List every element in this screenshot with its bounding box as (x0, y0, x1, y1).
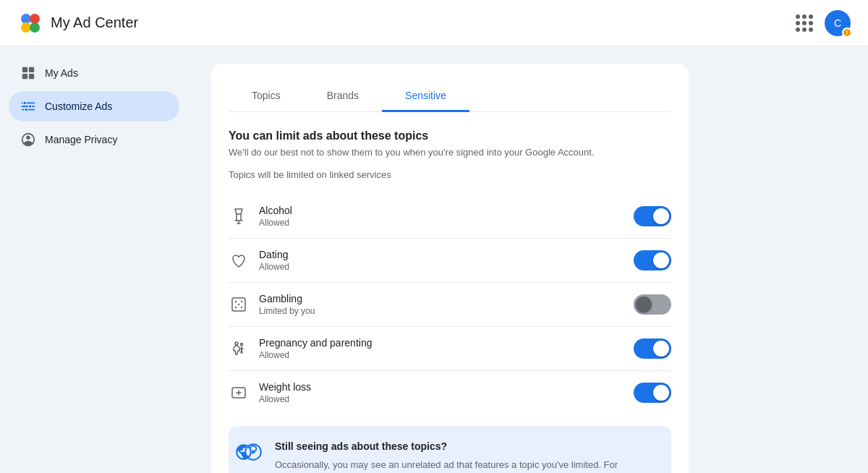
topic-status-gambling: Limited by you (259, 306, 624, 316)
main-card: Topics Brands Sensitive You can limit ad… (211, 64, 689, 473)
toggle-pregnancy[interactable] (634, 338, 671, 359)
topic-info-alcohol: Alcohol Allowed (259, 205, 624, 228)
topic-info-gambling: Gambling Limited by you (259, 293, 624, 316)
sidebar-item-my-ads[interactable]: My Ads (9, 58, 179, 88)
customize-ads-icon (20, 98, 36, 114)
topic-status-alcohol: Allowed (259, 218, 624, 228)
topics-note: Topics will be limited on linked service… (229, 169, 671, 180)
header-right: C ! (796, 10, 851, 36)
topic-name-dating: Dating (259, 249, 624, 260)
header-title: My Ad Center (51, 14, 138, 31)
tab-brands[interactable]: Brands (304, 81, 382, 112)
info-card-icon (243, 442, 263, 462)
info-card-content: Still seeing ads about these topics? Occ… (275, 440, 657, 473)
topic-name-gambling: Gambling (259, 293, 624, 304)
svg-rect-6 (22, 74, 27, 79)
tabs: Topics Brands Sensitive (229, 81, 671, 112)
svg-point-21 (238, 304, 239, 305)
svg-point-12 (28, 105, 32, 108)
tab-topics[interactable]: Topics (229, 81, 304, 112)
weight-loss-icon (229, 383, 249, 403)
svg-point-0 (21, 14, 31, 24)
sidebar-item-customize-ads[interactable]: Customize Ads (9, 91, 179, 122)
topic-row-alcohol: Alcohol Allowed (229, 195, 671, 239)
svg-point-23 (241, 344, 243, 346)
topic-row-weight-loss: Weight loss Allowed (229, 371, 671, 414)
svg-point-18 (241, 301, 242, 302)
google-logo-icon (17, 10, 43, 36)
toggle-alcohol[interactable] (634, 206, 671, 226)
topic-name-pregnancy: Pregnancy and parenting (259, 337, 624, 349)
svg-point-13 (25, 108, 28, 111)
toggle-weight-loss[interactable] (634, 383, 671, 403)
toggle-gambling[interactable] (634, 294, 671, 315)
main-layout: My Ads Customize Ads (0, 46, 868, 473)
section-subtitle: We'll do our best not to show them to yo… (229, 147, 671, 158)
svg-point-3 (30, 22, 40, 33)
svg-point-19 (235, 307, 237, 308)
topic-name-weight-loss: Weight loss (259, 381, 624, 393)
section-title: You can limit ads about these topics (229, 129, 671, 142)
content-area: Topics Brands Sensitive You can limit ad… (188, 46, 752, 473)
tab-sensitive[interactable]: Sensitive (382, 81, 469, 112)
topic-row-gambling: Gambling Limited by you (229, 283, 671, 327)
info-card: Still seeing ads about these topics? Occ… (229, 426, 671, 473)
alcohol-icon (229, 206, 249, 226)
topic-name-alcohol: Alcohol (259, 205, 624, 216)
header-left: My Ad Center (17, 10, 138, 36)
section-header: You can limit ads about these topics We'… (229, 129, 671, 180)
svg-rect-5 (29, 67, 34, 72)
right-panel (752, 46, 868, 473)
avatar[interactable]: C ! (825, 10, 851, 36)
gambling-icon (229, 294, 249, 315)
topics-list: Alcohol Allowed (229, 195, 671, 414)
header: My Ad Center C ! (0, 0, 868, 46)
topic-info-pregnancy: Pregnancy and parenting Allowed (259, 337, 624, 360)
svg-point-22 (235, 342, 238, 345)
topic-row-dating: Dating Allowed (229, 239, 671, 283)
info-card-title: Still seeing ads about these topics? (275, 440, 657, 452)
svg-point-11 (23, 101, 27, 105)
svg-rect-4 (22, 67, 27, 72)
topic-status-pregnancy: Allowed (259, 350, 624, 360)
topic-info-dating: Dating Allowed (259, 249, 624, 272)
topic-status-dating: Allowed (259, 262, 624, 272)
manage-privacy-icon (20, 132, 36, 148)
topic-row-pregnancy: Pregnancy and parenting Allowed (229, 327, 671, 371)
apps-grid-icon[interactable] (796, 14, 813, 32)
sidebar-item-label-customize-ads: Customize Ads (45, 101, 112, 112)
my-ads-icon (20, 65, 36, 81)
info-card-text: Occasionally, you may see an unrelated a… (275, 458, 657, 473)
sidebar-item-label-manage-privacy: Manage Privacy (45, 134, 117, 145)
svg-point-15 (26, 136, 30, 140)
svg-point-17 (235, 301, 237, 302)
dating-icon (229, 250, 249, 270)
toggle-dating[interactable] (634, 250, 671, 270)
svg-point-20 (241, 307, 242, 308)
topic-status-weight-loss: Allowed (259, 394, 624, 404)
sidebar-item-manage-privacy[interactable]: Manage Privacy (9, 124, 179, 155)
sidebar-item-label-my-ads: My Ads (45, 67, 78, 79)
svg-point-2 (21, 22, 31, 33)
svg-rect-7 (29, 74, 34, 79)
sidebar: My Ads Customize Ads (0, 46, 188, 473)
topic-info-weight-loss: Weight loss Allowed (259, 381, 624, 404)
pregnancy-icon (229, 338, 249, 359)
svg-point-1 (30, 14, 40, 24)
avatar-badge: ! (842, 27, 852, 38)
